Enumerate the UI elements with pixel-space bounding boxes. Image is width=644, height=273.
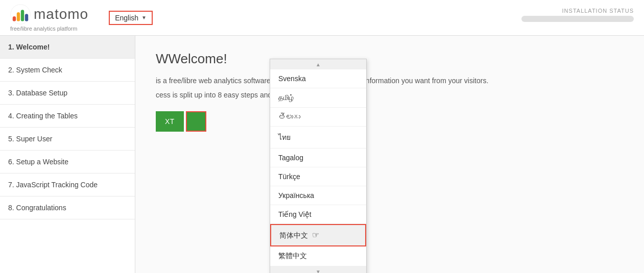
lang-option-vietnamese[interactable]: Tiếng Việt [270, 205, 366, 224]
installation-status-label: INSTALLATION STATUS [521, 8, 634, 14]
lang-option-ukrainian[interactable]: Українська [270, 186, 366, 205]
sidebar-item-js-tracking[interactable]: 7. JavaScript Tracking Code [0, 173, 135, 196]
sidebar: 1. Welcome! 2. System Check 3. Database … [0, 36, 135, 273]
lang-option-turkish[interactable]: Türkçe [270, 167, 366, 186]
svg-rect-2 [17, 12, 20, 21]
logo: matomo [10, 4, 88, 24]
sidebar-item-setup-website[interactable]: 6. Setup a Website [0, 151, 135, 173]
header: matomo free/libre analytics platform Eng… [0, 0, 644, 36]
svg-rect-3 [21, 10, 24, 21]
svg-rect-4 [25, 14, 28, 21]
sidebar-item-welcome[interactable]: 1. Welcome! [0, 36, 135, 59]
scroll-down-indicator[interactable]: ▼ [270, 266, 366, 273]
chevron-down-icon: ▼ [141, 15, 147, 20]
sidebar-item-creating-tables[interactable]: 4. Creating the Tables [0, 105, 135, 128]
sidebar-item-database-setup[interactable]: 3. Database Setup [0, 82, 135, 105]
cursor-pointer-icon: ☞ [312, 230, 319, 240]
language-selector[interactable]: English ▼ [109, 11, 153, 25]
lang-option-thai[interactable]: ไทย [270, 127, 366, 148]
matomo-logo-icon [10, 4, 31, 24]
svg-rect-1 [13, 16, 16, 21]
next-button-green-box[interactable] [186, 111, 206, 132]
scroll-up-indicator[interactable]: ▲ [270, 59, 366, 69]
status-progress-bar [521, 16, 634, 22]
lang-option-traditional-chinese[interactable]: 繁體中文 [270, 246, 366, 266]
content-area: WWelcome! is a free/libre web analytics … [135, 36, 644, 273]
sidebar-item-system-check[interactable]: 2. System Check [0, 59, 135, 82]
language-label: English [115, 14, 138, 22]
language-dropdown: ▲ Svenska தமிழ் తెలుగు ไทย Tagal [270, 59, 367, 273]
lang-option-simplified-chinese[interactable]: 简体中文 ☞ [270, 224, 366, 246]
logo-area: matomo free/libre analytics platform [10, 4, 88, 32]
lang-option-telugu[interactable]: తెలుగు [270, 108, 366, 127]
next-button[interactable]: XT [156, 111, 184, 132]
lang-option-svenska[interactable]: Svenska [270, 69, 366, 88]
language-button[interactable]: English ▼ [109, 11, 153, 25]
lang-option-tagalog[interactable]: Tagalog [270, 148, 366, 167]
logo-tagline: free/libre analytics platform [10, 26, 88, 32]
dropdown-scroll-area[interactable]: Svenska தமிழ் తెలుగు ไทย Tagalog [270, 69, 366, 266]
sidebar-item-congratulations[interactable]: 8. Congratulations [0, 196, 135, 219]
page-title: WWelcome! [156, 51, 624, 67]
language-dropdown-menu: ▲ Svenska தமிழ் తెలుగు ไทย Tagal [270, 59, 367, 273]
lang-option-tamil[interactable]: தமிழ் [270, 88, 366, 108]
main-layout: 1. Welcome! 2. System Check 3. Database … [0, 36, 644, 273]
logo-text: matomo [34, 6, 88, 22]
installation-status: INSTALLATION STATUS [521, 8, 634, 22]
sidebar-item-super-user[interactable]: 5. Super User [0, 128, 135, 151]
next-button-area: XT [156, 111, 624, 132]
